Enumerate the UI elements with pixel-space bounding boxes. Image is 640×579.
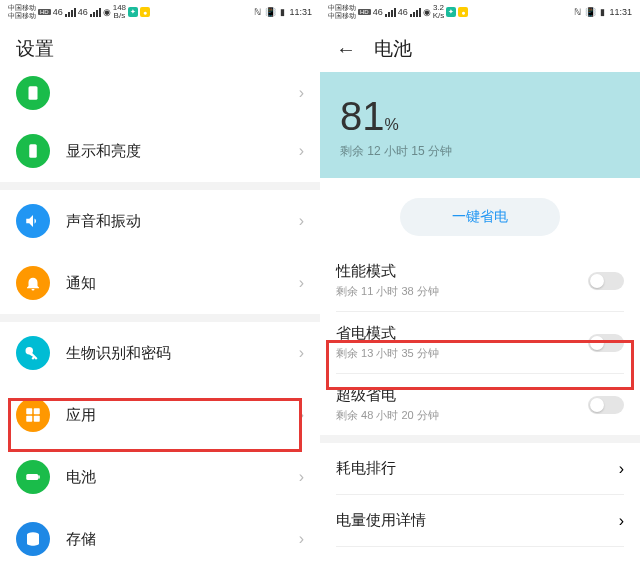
row-biometrics[interactable]: 生物识别和密码 › xyxy=(0,322,320,384)
svg-rect-1 xyxy=(29,144,37,158)
chevron-right-icon: › xyxy=(299,212,304,230)
app-badge-2: ● xyxy=(140,7,150,17)
app-badge-1: ✦ xyxy=(446,7,456,17)
signal-icon xyxy=(65,8,76,17)
mode-performance[interactable]: 性能模式 剩余 11 小时 38 分钟 xyxy=(320,250,640,311)
display-icon xyxy=(16,134,50,168)
row-apps[interactable]: 应用 › xyxy=(0,384,320,446)
chevron-right-icon: › xyxy=(299,84,304,102)
battery-screen: 中国移动 中国移动 HD 46 46 ◉ 3.2K/s ✦● ℕ 📳 ▮ 11:… xyxy=(320,0,640,579)
carrier-2: 中国移动 xyxy=(8,12,36,20)
net-gen: 46 xyxy=(373,7,383,17)
quick-save-label: 一键省电 xyxy=(452,208,508,224)
toggle-ultra-save[interactable] xyxy=(588,396,624,414)
wifi-icon: ◉ xyxy=(423,7,431,17)
toggle-power-save[interactable] xyxy=(588,334,624,352)
battery-percent: 81 xyxy=(340,94,385,138)
mode-sub: 剩余 11 小时 38 分钟 xyxy=(336,284,588,299)
key-icon xyxy=(16,336,50,370)
vibrate-icon: 📳 xyxy=(265,7,276,17)
back-arrow-icon[interactable]: ← xyxy=(336,38,356,61)
settings-screen: 中国移动 中国移动 HD 46 46 ◉ 148B/s ✦● ℕ 📳 ▮ 11:… xyxy=(0,0,320,579)
link-label: 电量使用详情 xyxy=(336,511,619,530)
app-badge-2: ● xyxy=(458,7,468,17)
row-label: 声音和振动 xyxy=(66,212,299,231)
row-label: 显示和亮度 xyxy=(66,142,299,161)
signal-icon-2 xyxy=(410,8,421,17)
toggle-performance[interactable] xyxy=(588,272,624,290)
wifi-icon: ◉ xyxy=(103,7,111,17)
svg-rect-6 xyxy=(26,474,38,480)
clock: 11:31 xyxy=(609,7,632,17)
row-label: 通知 xyxy=(66,274,299,293)
row-battery[interactable]: 电池 › xyxy=(0,446,320,508)
chevron-right-icon: › xyxy=(299,274,304,292)
app-badge-1: ✦ xyxy=(128,7,138,17)
chevron-right-icon: › xyxy=(299,344,304,362)
row-security[interactable]: 安全 › xyxy=(0,570,320,579)
net-gen-2: 46 xyxy=(398,7,408,17)
sound-icon xyxy=(16,204,50,238)
mode-title: 性能模式 xyxy=(336,262,588,281)
battery-hero: 81% 剩余 12 小时 15 分钟 xyxy=(320,72,640,178)
mode-sub: 剩余 48 小时 20 分钟 xyxy=(336,408,588,423)
chevron-right-icon: › xyxy=(299,142,304,160)
vibrate-icon: 📳 xyxy=(585,7,596,17)
signal-icon xyxy=(385,8,396,17)
nfc-icon: ℕ xyxy=(254,7,261,17)
svg-rect-2 xyxy=(26,408,32,414)
svg-rect-4 xyxy=(26,416,32,422)
speed-unit: B/s xyxy=(114,12,126,20)
mode-power-save[interactable]: 省电模式 剩余 13 小时 35 分钟 xyxy=(320,312,640,373)
hd-tag: HD xyxy=(38,9,51,15)
apps-icon xyxy=(16,398,50,432)
row-power-ranking[interactable]: 耗电排行 › xyxy=(320,443,640,494)
battery-header: ← 电池 xyxy=(320,24,640,72)
carrier-2: 中国移动 xyxy=(328,12,356,20)
clock: 11:31 xyxy=(289,7,312,17)
svg-rect-7 xyxy=(38,476,40,479)
mode-ultra-save[interactable]: 超级省电 剩余 48 小时 20 分钟 xyxy=(320,374,640,435)
row-notifications[interactable]: 通知 › xyxy=(0,252,320,314)
page-title: 设置 xyxy=(16,36,54,62)
speed-unit: K/s xyxy=(433,12,445,20)
unknown-icon xyxy=(16,76,50,110)
battery-row-icon xyxy=(16,460,50,494)
row-label: 电池 xyxy=(66,468,299,487)
page-title: 电池 xyxy=(374,36,412,62)
row-label: 生物识别和密码 xyxy=(66,344,299,363)
nfc-icon: ℕ xyxy=(574,7,581,17)
svg-rect-0 xyxy=(29,86,38,100)
chevron-right-icon: › xyxy=(299,468,304,486)
net-gen-2: 46 xyxy=(78,7,88,17)
mode-title: 超级省电 xyxy=(336,386,588,405)
mode-title: 省电模式 xyxy=(336,324,588,343)
carrier-1: 中国移动 xyxy=(8,4,36,12)
chevron-right-icon: › xyxy=(619,460,624,478)
row-partial-top[interactable]: › xyxy=(0,72,320,120)
chevron-right-icon: › xyxy=(299,406,304,424)
row-display[interactable]: 显示和亮度 › xyxy=(0,120,320,182)
settings-header: 设置 xyxy=(0,24,320,72)
status-bar: 中国移动 中国移动 HD 46 46 ◉ 3.2K/s ✦● ℕ 📳 ▮ 11:… xyxy=(320,0,640,24)
row-usage-details[interactable]: 电量使用详情 › xyxy=(320,495,640,546)
percent-symbol: % xyxy=(385,116,399,133)
row-label: 存储 xyxy=(66,530,299,549)
net-gen: 46 xyxy=(53,7,63,17)
svg-rect-5 xyxy=(34,416,40,422)
svg-rect-3 xyxy=(34,408,40,414)
storage-icon xyxy=(16,522,50,556)
battery-icon: ▮ xyxy=(600,7,605,17)
battery-icon: ▮ xyxy=(280,7,285,17)
battery-remaining: 剩余 12 小时 15 分钟 xyxy=(340,143,620,160)
quick-save-button[interactable]: 一键省电 xyxy=(400,198,560,236)
chevron-right-icon: › xyxy=(299,530,304,548)
link-label: 耗电排行 xyxy=(336,459,619,478)
row-storage[interactable]: 存储 › xyxy=(0,508,320,570)
row-label: 应用 xyxy=(66,406,299,425)
mode-sub: 剩余 13 小时 35 分钟 xyxy=(336,346,588,361)
carrier-1: 中国移动 xyxy=(328,4,356,12)
bell-icon xyxy=(16,266,50,300)
signal-icon-2 xyxy=(90,8,101,17)
row-sound[interactable]: 声音和振动 › xyxy=(0,190,320,252)
